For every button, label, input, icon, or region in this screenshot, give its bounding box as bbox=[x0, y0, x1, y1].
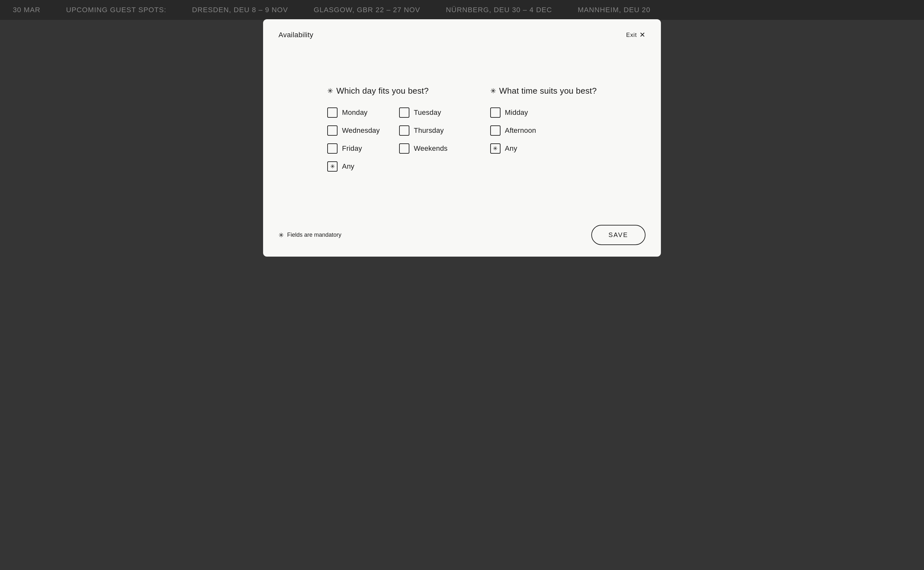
any-day-checkbox-item[interactable]: ✳ Any bbox=[327, 161, 452, 172]
save-button[interactable]: SAVE bbox=[591, 225, 645, 245]
afternoon-label: Afternoon bbox=[505, 126, 536, 135]
exit-label: Exit bbox=[626, 32, 637, 38]
midday-checkbox-item[interactable]: Midday bbox=[490, 107, 597, 118]
form-container: ✳ Which day fits you best? Monday Tuesda… bbox=[327, 86, 597, 172]
weekends-checkbox-item[interactable]: Weekends bbox=[399, 143, 452, 154]
thursday-checkbox-item[interactable]: Thursday bbox=[399, 126, 452, 136]
any-day-check-icon: ✳ bbox=[330, 164, 335, 169]
any-time-checkbox[interactable]: ✳ bbox=[490, 143, 501, 154]
days-section: ✳ Which day fits you best? Monday Tuesda… bbox=[327, 86, 452, 172]
weekends-checkbox[interactable] bbox=[399, 143, 409, 154]
monday-checkbox[interactable] bbox=[327, 107, 337, 118]
midday-checkbox[interactable] bbox=[490, 107, 501, 118]
any-time-label: Any bbox=[505, 144, 518, 153]
wednesday-label: Wednesday bbox=[342, 126, 380, 135]
friday-checkbox[interactable] bbox=[327, 143, 337, 154]
modal-title: Availability bbox=[279, 31, 313, 39]
days-checkbox-grid: Monday Tuesday Wednesday bbox=[327, 107, 452, 154]
thursday-checkbox[interactable] bbox=[399, 126, 409, 136]
time-section-title: ✳ What time suits you best? bbox=[490, 86, 597, 96]
midday-label: Midday bbox=[505, 109, 528, 117]
days-section-title: ✳ Which day fits you best? bbox=[327, 86, 452, 96]
monday-label: Monday bbox=[342, 109, 368, 117]
modal-header: Availability Exit ✕ bbox=[263, 19, 661, 47]
availability-modal: Availability Exit ✕ ✳ Which day fits you… bbox=[263, 19, 661, 257]
wednesday-checkbox[interactable] bbox=[327, 126, 337, 136]
modal-content: ✳ Which day fits you best? Monday Tuesda… bbox=[263, 47, 661, 217]
afternoon-checkbox-item[interactable]: Afternoon bbox=[490, 126, 597, 136]
afternoon-checkbox[interactable] bbox=[490, 126, 501, 136]
mandatory-note: ✳ Fields are mandatory bbox=[279, 231, 342, 239]
monday-checkbox-item[interactable]: Monday bbox=[327, 107, 380, 118]
mandatory-text: Fields are mandatory bbox=[287, 231, 342, 238]
time-asterisk-icon: ✳ bbox=[490, 87, 496, 95]
friday-label: Friday bbox=[342, 144, 362, 153]
time-section: ✳ What time suits you best? Midday After… bbox=[490, 86, 597, 154]
tuesday-label: Tuesday bbox=[414, 109, 441, 117]
any-day-checkbox[interactable]: ✳ bbox=[327, 161, 337, 172]
modal-overlay: Availability Exit ✕ ✳ Which day fits you… bbox=[0, 0, 924, 570]
exit-button[interactable]: Exit ✕ bbox=[626, 31, 645, 39]
mandatory-asterisk-icon: ✳ bbox=[279, 231, 284, 239]
tuesday-checkbox-item[interactable]: Tuesday bbox=[399, 107, 452, 118]
modal-footer: ✳ Fields are mandatory SAVE bbox=[263, 217, 661, 257]
any-time-check-icon: ✳ bbox=[493, 146, 498, 152]
friday-checkbox-item[interactable]: Friday bbox=[327, 143, 380, 154]
wednesday-checkbox-item[interactable]: Wednesday bbox=[327, 126, 380, 136]
weekends-label: Weekends bbox=[414, 144, 447, 153]
tuesday-checkbox[interactable] bbox=[399, 107, 409, 118]
any-day-label: Any bbox=[342, 162, 354, 171]
any-time-checkbox-item[interactable]: ✳ Any bbox=[490, 143, 597, 154]
days-asterisk-icon: ✳ bbox=[327, 87, 333, 95]
thursday-label: Thursday bbox=[414, 126, 444, 135]
close-icon: ✕ bbox=[639, 31, 645, 39]
time-checkbox-grid: Midday Afternoon ✳ Any bbox=[490, 107, 597, 154]
